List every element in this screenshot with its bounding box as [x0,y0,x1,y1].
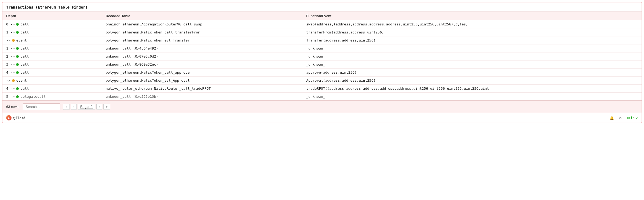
depth-cell: 4 ->call [2,69,102,77]
decoded-table-cell: polygon_ethereum.MaticToken_call_transfe… [102,28,303,36]
depth-cell: 1 ->call [2,44,102,52]
green-dot-icon [16,55,19,58]
depth-cell: 4 ->call [2,85,102,93]
transactions-table: Depth Decoded Table Function/Event 0 ->c… [2,12,642,100]
depth-cell: 3 ->call [2,61,102,69]
avatar: i [6,115,12,120]
green-dot-icon [16,87,19,90]
depth-cell: ->event [2,77,102,85]
function-event-cell: swap(address,(address,address,address,ad… [302,20,642,28]
call-type-label: call [20,46,29,50]
call-type-label: call [20,70,29,74]
green-dot-icon [16,47,19,50]
timer-badge: 1min ✓ [626,116,638,120]
timer-label: 1min [626,116,635,120]
settings-icon[interactable]: ⚙ [618,115,623,120]
notification-icon[interactable]: 🔔 [609,115,614,120]
decoded-table-cell: unknown_call (0xe525b10b) [102,93,303,101]
depth-cell: 1 ->call [2,28,102,36]
table-row: 2 ->callunknown_call (0x07e5c0d2)_unknow… [2,52,642,61]
call-type-label: call [20,30,29,34]
orange-dot-icon [12,39,15,42]
green-dot-icon [16,95,19,98]
depth-text: -> [6,38,10,42]
status-bar: i @ilemi 🔔 ⚙ 1min ✓ [2,113,642,123]
call-type-label: call [20,62,29,66]
function-event-cell: Approval(address,address,uint256) [302,77,642,85]
username-label: @ilemi [13,116,26,120]
decoded-table-cell: unknown_call (0x860a32ec) [102,61,303,69]
depth-text: 4 -> [6,86,14,90]
depth-text: 2 -> [6,54,14,58]
call-type-label: call [20,54,29,58]
col-header-function-event: Function/Event [302,12,642,20]
table-header-row: Depth Decoded Table Function/Event [2,12,642,20]
call-type-label: call [20,22,29,26]
decoded-table-cell: polygon_ethereum.MaticToken_evt_Approval [102,77,303,85]
table-row: ->eventpolygon_ethereum.MaticToken_evt_T… [2,36,642,44]
green-dot-icon [16,31,19,34]
function-event-cell: _unknown_ [302,93,642,101]
green-dot-icon [16,71,19,74]
table-row: 1 ->callunknown_call (0x4b64e492)_unknow… [2,44,642,52]
decoded-table-cell: polygon_ethereum.MaticToken_evt_Transfer [102,36,303,44]
col-header-decoded-table: Decoded Table [102,12,303,20]
decoded-table-cell: unknown_call (0x4b64e492) [102,44,303,52]
panel-title: Transactions (Ethereum Table Finder) [2,2,642,12]
decoded-table-cell: unknown_call (0x07e5c0d2) [102,52,303,61]
table-row: 3 ->callunknown_call (0x860a32ec)_unknow… [2,61,642,69]
table-row: 0 ->calloneinch_ethereum.AggregationRout… [2,20,642,28]
decoded-table-cell: native_router_ethereum.NativeRouter_call… [102,85,303,93]
next-page-button[interactable]: › [96,104,102,110]
depth-text: 0 -> [6,22,14,26]
depth-text: 5 -> [6,95,14,99]
pagination-controls: « ‹ Page 1 › » [63,104,110,110]
function-event-cell: Transfer(address,address,uint256) [302,36,642,44]
table-row: 1 ->callpolygon_ethereum.MaticToken_call… [2,28,642,36]
depth-text: 1 -> [6,30,14,34]
depth-cell: 2 ->call [2,52,102,61]
status-icons: 🔔 ⚙ 1min ✓ [609,115,638,120]
table-row: 5 ->delegatecallunknown_call (0xe525b10b… [2,93,642,101]
rows-count: 63 rows [6,105,19,109]
table-wrapper: Depth Decoded Table Function/Event 0 ->c… [2,12,642,100]
table-row: ->eventpolygon_ethereum.MaticToken_evt_A… [2,77,642,85]
green-dot-icon [16,63,19,66]
function-event-cell: _unknown_ [302,52,642,61]
user-area: i @ilemi [6,115,26,120]
table-row: 4 ->callnative_router_ethereum.NativeRou… [2,85,642,93]
function-event-cell: transferFrom(address,address,uint256) [302,28,642,36]
search-input[interactable] [23,103,60,110]
depth-text: -> [6,78,10,82]
decoded-table-cell: polygon_ethereum.MaticToken_call_approve [102,69,303,77]
function-event-cell: approve(address,uint256) [302,69,642,77]
current-page-label[interactable]: Page 1 [78,104,95,110]
col-header-depth: Depth [2,12,102,20]
orange-dot-icon [12,79,15,82]
first-page-button[interactable]: « [63,104,70,110]
depth-cell: 0 ->call [2,20,102,28]
call-type-label: event [16,38,27,42]
function-event-cell: tradeRFQT((address,address,address,addre… [302,85,642,93]
depth-text: 4 -> [6,70,14,74]
call-type-label: delegatecall [20,95,46,99]
check-icon: ✓ [636,116,638,120]
last-page-button[interactable]: » [103,104,110,110]
main-panel: Transactions (Ethereum Table Finder) Dep… [2,2,642,123]
footer-bar: 63 rows « ‹ Page 1 › » [2,100,642,113]
call-type-label: call [20,86,29,90]
function-event-cell: _unknown_ [302,61,642,69]
decoded-table-cell: oneinch_ethereum.AggregationRouterV6_cal… [102,20,303,28]
table-row: 4 ->callpolygon_ethereum.MaticToken_call… [2,69,642,77]
green-dot-icon [16,23,19,26]
call-type-label: event [16,78,27,82]
depth-text: 1 -> [6,46,14,50]
depth-cell: ->event [2,36,102,44]
function-event-cell: _unknown_ [302,44,642,52]
depth-cell: 5 ->delegatecall [2,93,102,101]
depth-text: 3 -> [6,62,14,66]
prev-page-button[interactable]: ‹ [71,104,77,110]
